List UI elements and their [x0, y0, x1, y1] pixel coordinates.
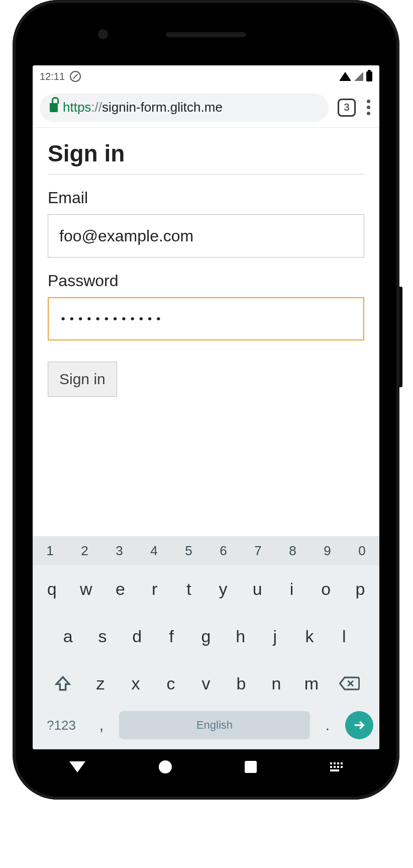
address-bar[interactable]: https://signin-form.glitch.me: [40, 94, 329, 122]
soft-keyboard: 1234567890 qwertyuiop asdfghjkl zxcvbnm: [33, 536, 379, 749]
key-row-3: zxcvbnm: [33, 660, 379, 707]
symbols-key[interactable]: ?123: [39, 718, 84, 733]
key-o[interactable]: o: [311, 570, 341, 607]
speaker-grille: [166, 32, 246, 37]
backspace-icon: [339, 675, 360, 692]
key-row-bottom: ?123 , English .: [33, 707, 379, 746]
password-field[interactable]: [48, 297, 364, 340]
spacebar-key[interactable]: English: [119, 711, 310, 739]
period-key[interactable]: .: [315, 717, 340, 734]
key-a[interactable]: a: [53, 618, 83, 655]
key-m[interactable]: m: [296, 665, 327, 702]
key-j[interactable]: j: [260, 618, 290, 655]
key-z[interactable]: z: [85, 665, 116, 702]
number-hint-row: 1234567890: [33, 536, 379, 565]
key-g[interactable]: g: [191, 618, 222, 655]
hint-key-5[interactable]: 5: [171, 536, 206, 565]
email-label: Email: [48, 189, 364, 207]
key-row-1: qwertyuiop: [33, 565, 379, 613]
key-h[interactable]: h: [225, 618, 256, 655]
arrow-right-icon: [352, 718, 366, 732]
tab-switcher-button[interactable]: 3: [338, 99, 356, 117]
url-host: signin-form.glitch.me: [102, 100, 223, 115]
hint-key-1[interactable]: 1: [33, 536, 67, 565]
key-s[interactable]: s: [87, 618, 118, 655]
key-d[interactable]: d: [122, 618, 152, 655]
key-w[interactable]: w: [71, 570, 101, 607]
sign-in-button[interactable]: Sign in: [48, 362, 117, 397]
cellular-icon: [354, 72, 363, 81]
do-not-disturb-icon: [70, 71, 81, 82]
key-f[interactable]: f: [156, 618, 187, 655]
hint-key-9[interactable]: 9: [310, 536, 345, 565]
password-label: Password: [48, 272, 364, 290]
nav-keyboard-switch-button[interactable]: [330, 762, 343, 771]
key-q[interactable]: q: [37, 570, 67, 607]
hint-key-3[interactable]: 3: [102, 536, 137, 565]
status-bar: 12:11: [33, 65, 379, 88]
url-separator: ://: [91, 100, 102, 115]
phone-frame: 12:11 https://signin-form.glitch.me: [13, 0, 399, 800]
key-y[interactable]: y: [208, 570, 238, 607]
lock-icon: [50, 103, 58, 112]
key-r[interactable]: r: [140, 570, 170, 607]
browser-toolbar: https://signin-form.glitch.me 3: [33, 88, 379, 128]
key-l[interactable]: l: [329, 618, 359, 655]
shift-icon: [54, 675, 71, 692]
front-camera: [98, 29, 108, 39]
key-b[interactable]: b: [226, 665, 257, 702]
nav-back-button[interactable]: [69, 761, 85, 772]
page-content: Sign in Email Password Sign in: [33, 128, 379, 536]
system-nav-bar: [33, 749, 379, 785]
key-n[interactable]: n: [261, 665, 292, 702]
hint-key-2[interactable]: 2: [67, 536, 102, 565]
screen: 12:11 https://signin-form.glitch.me: [33, 65, 379, 749]
enter-key[interactable]: [345, 711, 373, 739]
key-i[interactable]: i: [276, 570, 306, 607]
key-k[interactable]: k: [294, 618, 325, 655]
tab-count: 3: [344, 102, 349, 113]
hint-key-8[interactable]: 8: [275, 536, 310, 565]
key-row-2: asdfghjkl: [33, 613, 379, 660]
url-scheme: https: [63, 100, 91, 115]
nav-recent-button[interactable]: [245, 761, 257, 773]
key-t[interactable]: t: [174, 570, 204, 607]
battery-icon: [366, 71, 372, 81]
key-e[interactable]: e: [105, 570, 135, 607]
key-v[interactable]: v: [190, 665, 222, 702]
email-field[interactable]: [48, 214, 364, 257]
hint-key-4[interactable]: 4: [137, 536, 171, 565]
backspace-key[interactable]: [331, 665, 367, 702]
hint-key-0[interactable]: 0: [345, 536, 379, 565]
phone-bezel: 12:11 https://signin-form.glitch.me: [18, 5, 394, 795]
clock: 12:11: [40, 71, 65, 82]
key-c[interactable]: c: [155, 665, 186, 702]
key-p[interactable]: p: [345, 570, 375, 607]
overflow-menu-button[interactable]: [365, 98, 372, 117]
comma-key[interactable]: ,: [89, 717, 114, 734]
key-u[interactable]: u: [242, 570, 272, 607]
key-x[interactable]: x: [120, 665, 151, 702]
shift-key[interactable]: [45, 665, 81, 702]
nav-home-button[interactable]: [159, 760, 172, 773]
page-title: Sign in: [48, 140, 364, 175]
hint-key-7[interactable]: 7: [241, 536, 275, 565]
power-button: [399, 287, 402, 387]
spacebar-label: English: [196, 719, 233, 732]
wifi-icon: [339, 72, 351, 81]
hint-key-6[interactable]: 6: [206, 536, 241, 565]
